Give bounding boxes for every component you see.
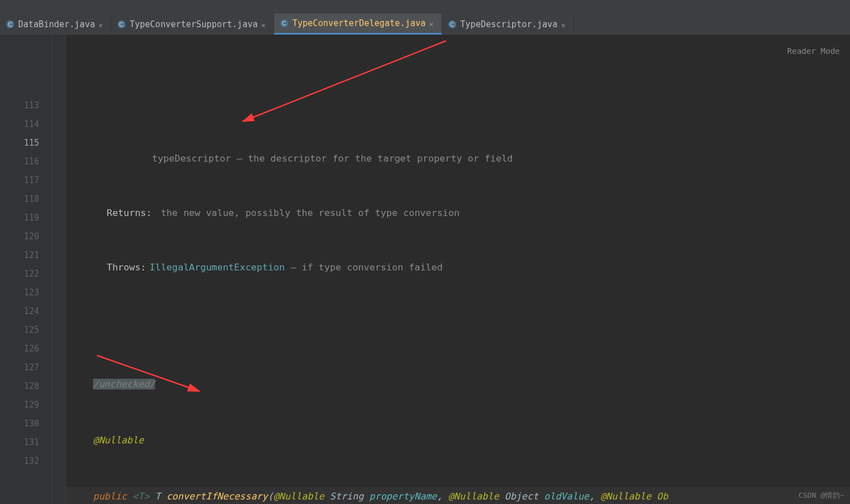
svg-text:C: C — [119, 21, 124, 28]
svg-text:C: C — [450, 21, 455, 28]
editor-area: 113 114 115 116 117 118 119 120 121 122 … — [0, 35, 850, 504]
line-number: 128 — [8, 377, 39, 396]
code-line[interactable]: /unchecked/ — [66, 375, 850, 393]
tab-typeconverterdelegate[interactable]: C TypeConverterDelegate.java × — [274, 14, 442, 35]
line-number: 122 — [8, 265, 39, 283]
tab-databinder[interactable]: C DataBinder.java × — [0, 14, 111, 35]
doc-throws-link[interactable]: IllegalArgumentException — [150, 262, 285, 273]
gutter[interactable]: 113 114 115 116 117 118 119 120 121 122 … — [8, 35, 52, 504]
close-icon[interactable]: × — [561, 21, 568, 28]
line-number: 127 — [8, 358, 39, 377]
doc-throws-text: – if type conversion failed — [285, 262, 443, 273]
line-number: 129 — [8, 396, 39, 414]
line-number: 117 — [8, 171, 39, 190]
class-icon: C — [448, 20, 457, 29]
svg-text:C: C — [282, 20, 287, 27]
class-icon: C — [117, 20, 126, 29]
fold-column[interactable] — [52, 35, 66, 504]
tabs-row-top — [0, 0, 850, 14]
tab-label: DataBinder.java — [18, 19, 95, 29]
line-number: 126 — [8, 340, 39, 358]
line-number: 132 — [8, 452, 39, 471]
code-editor[interactable]: Reader Mode typeDescriptor – the descrip… — [66, 35, 850, 504]
tab-typedescriptor[interactable]: C TypeDescriptor.java × — [442, 14, 574, 35]
tab-label: TypeConverterSupport.java — [129, 19, 258, 29]
line-number: 115 — [8, 134, 39, 153]
line-number: 121 — [8, 246, 39, 265]
line-number: 118 — [8, 190, 39, 209]
line-number: 119 — [8, 209, 39, 227]
doc-param-name: typeDescriptor — [107, 153, 231, 164]
tab-label: TypeConverterDelegate.java — [292, 18, 426, 28]
marker-column — [0, 35, 8, 504]
reader-mode-button[interactable]: Reader Mode — [787, 42, 840, 61]
doc-returns-text: the new value, possibly the result of ty… — [155, 207, 459, 218]
line-number: 130 — [8, 414, 39, 433]
line-number: 125 — [8, 321, 39, 340]
watermark: CSDN @情韵~ — [798, 490, 844, 501]
class-icon: C — [6, 20, 15, 29]
code-line[interactable]: public <T> T convertIfNecessary(@Nullabl… — [66, 487, 850, 504]
line-number: 113 — [8, 96, 39, 115]
javadoc-block: typeDescriptor – the descriptor for the … — [66, 110, 850, 319]
line-number: 120 — [8, 227, 39, 246]
doc-throws-label: Throws: — [107, 262, 150, 273]
line-number: 124 — [8, 302, 39, 321]
tab-label: TypeDescriptor.java — [460, 19, 558, 29]
line-number: 116 — [8, 153, 39, 171]
class-icon: C — [280, 19, 289, 28]
line-number: 114 — [8, 115, 39, 134]
close-icon[interactable]: × — [429, 20, 436, 27]
doc-param-desc: – the descriptor for the target property… — [231, 153, 513, 164]
close-icon[interactable]: × — [261, 21, 268, 28]
tab-typeconvertersupport[interactable]: C TypeConverterSupport.java × — [111, 14, 274, 35]
svg-line-8 — [243, 41, 446, 121]
tabs-row: C DataBinder.java × C TypeConverterSuppo… — [0, 14, 850, 35]
close-icon[interactable]: × — [98, 21, 105, 28]
line-number: 131 — [8, 433, 39, 452]
line-number: 123 — [8, 283, 39, 302]
code-line[interactable]: @Nullable — [66, 431, 850, 450]
doc-returns-label: Returns: — [107, 207, 155, 218]
svg-text:C: C — [8, 21, 12, 28]
